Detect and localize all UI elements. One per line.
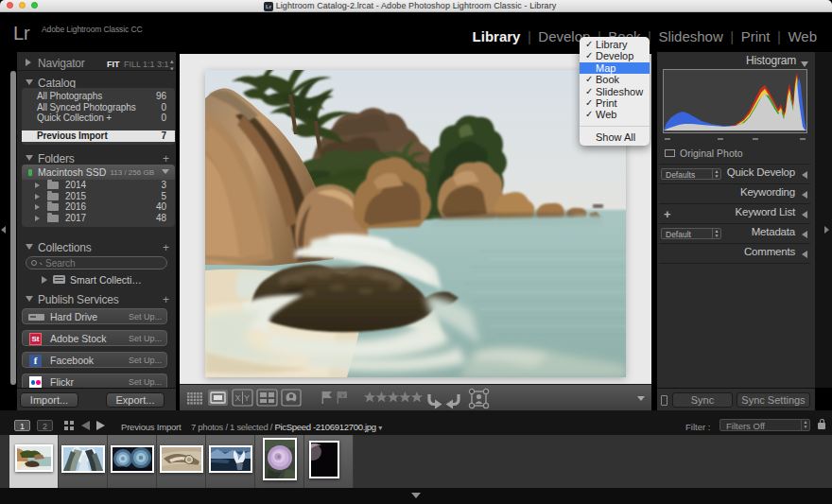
svg-text:x: x (341, 392, 344, 398)
svg-text:X: X (234, 393, 240, 403)
svg-text:Y: Y (244, 393, 250, 403)
